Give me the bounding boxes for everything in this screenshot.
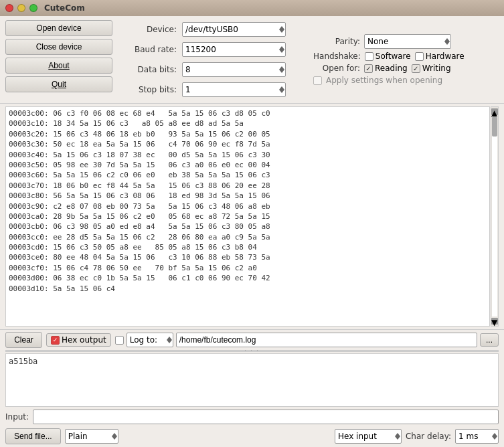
device-value[interactable]: /dev/ttyUSB0: [182, 22, 286, 37]
openfor-row: Open for: ✓ Reading ✓ Writing: [313, 64, 465, 73]
reading-checkbox[interactable]: ✓: [364, 64, 373, 73]
settings-grid: Device: /dev/ttyUSB0 Baud rate: 115200: [119, 20, 303, 99]
scrollbar-down-arrow[interactable]: ▼: [491, 318, 498, 325]
stop-bits-combo[interactable]: 1: [182, 82, 286, 97]
browse-log-button[interactable]: ...: [480, 333, 499, 347]
data-bits-input-row: 8: [182, 62, 303, 77]
about-button[interactable]: About: [5, 58, 112, 74]
input-field[interactable]: [33, 410, 499, 424]
stop-bits-label: Stop bits:: [119, 85, 179, 94]
send-file-button[interactable]: Send file...: [5, 428, 61, 444]
hardware-checkbox-item: Hardware: [415, 52, 465, 61]
input-label: Input:: [5, 412, 29, 422]
plain-combo[interactable]: Plain: [65, 429, 118, 444]
window-title: CuteCom: [44, 3, 85, 13]
software-checkbox-item: Software: [365, 52, 411, 61]
device-input-row: /dev/ttyUSB0: [182, 22, 303, 37]
clear-button[interactable]: Clear: [5, 332, 42, 348]
apply-settings-label: Apply settings when opening: [326, 76, 442, 85]
scrollbar-track: [492, 116, 497, 317]
parity-value[interactable]: None: [364, 34, 451, 49]
hex-output-label: Hex output: [62, 335, 106, 345]
log-path-input[interactable]: [176, 333, 477, 347]
hex-display-container: 00003c00: 06 c3 f0 06 08 ec 68 e4 5a 5a …: [5, 106, 499, 327]
char-delay-label: Char delay:: [406, 432, 451, 441]
writing-checkbox-item: ✓ Writing: [412, 64, 451, 73]
open-device-button[interactable]: Open device: [5, 20, 112, 36]
data-bits-label: Data bits:: [119, 65, 179, 74]
maximize-window-button[interactable]: [29, 4, 37, 12]
log-format-combo[interactable]: Log to:: [127, 333, 173, 347]
bottom-toolbar: Clear ✓ Hex output Log to: ...: [0, 329, 504, 350]
device-combo[interactable]: /dev/ttyUSB0: [182, 22, 286, 37]
log-to-area: Log to: ...: [115, 333, 499, 347]
baud-label: Baud rate:: [119, 45, 179, 54]
char-delay-dropdown-arrow[interactable]: [492, 433, 497, 440]
log-format-dropdown-arrow[interactable]: [167, 337, 172, 343]
plain-value[interactable]: Plain: [65, 429, 118, 444]
panel-divider: · · ·: [5, 350, 499, 352]
data-bits-dropdown-arrow[interactable]: [279, 66, 284, 73]
hardware-checkbox[interactable]: [415, 52, 424, 61]
top-panel: Open device Close device About Quit Devi…: [0, 16, 504, 104]
hex-input-value[interactable]: Hex input: [335, 429, 402, 444]
parity-combo[interactable]: None: [364, 34, 451, 49]
plain-dropdown-arrow[interactable]: [112, 433, 117, 440]
stop-bits-dropdown-arrow[interactable]: [279, 86, 284, 93]
handshake-label: Handshake:: [313, 52, 361, 61]
parity-label: Parity:: [313, 37, 360, 46]
software-checkbox[interactable]: [365, 52, 373, 61]
char-delay-combo[interactable]: 1 ms: [455, 429, 499, 444]
parity-row: Parity: None: [313, 34, 465, 49]
apply-row: Apply settings when opening: [313, 76, 465, 85]
hex-display[interactable]: 00003c00: 06 c3 f0 06 08 ec 68 e4 5a 5a …: [5, 106, 490, 327]
writing-label: Writing: [422, 64, 451, 73]
baud-value[interactable]: 115200: [182, 42, 286, 57]
device-label: Device:: [119, 25, 179, 34]
right-settings-panel: Parity: None Handshake: Software: [303, 20, 465, 99]
quit-button[interactable]: Quit: [5, 76, 112, 92]
device-dropdown-arrow[interactable]: [279, 26, 284, 33]
hex-output-checkbox[interactable]: ✓: [51, 336, 60, 345]
hex-output-toggle[interactable]: ✓ Hex output: [46, 333, 111, 347]
close-device-button[interactable]: Close device: [5, 39, 112, 55]
baud-dropdown-arrow[interactable]: [279, 46, 284, 53]
reading-checkbox-item: ✓ Reading: [364, 64, 408, 73]
data-bits-value[interactable]: 8: [182, 62, 286, 77]
hex-input-combo[interactable]: Hex input: [335, 429, 402, 444]
parity-dropdown-arrow[interactable]: [444, 38, 450, 45]
software-label: Software: [375, 52, 411, 61]
title-bar: CuteCom: [0, 0, 504, 16]
writing-checkbox[interactable]: ✓: [412, 64, 420, 73]
close-window-button[interactable]: [5, 4, 13, 12]
stop-bits-input-row: 1: [182, 82, 303, 97]
openfor-label: Open for:: [313, 64, 360, 73]
reading-label: Reading: [375, 64, 408, 73]
scrollbar-thumb[interactable]: [492, 116, 497, 137]
baud-input-row: 115200: [182, 42, 303, 57]
output-area[interactable]: a515ba: [5, 353, 499, 407]
hex-input-dropdown-arrow[interactable]: [395, 433, 400, 440]
minimize-window-button[interactable]: [17, 4, 25, 12]
scrollbar[interactable]: ▲ ▼: [491, 106, 499, 327]
scrollbar-up-arrow[interactable]: ▲: [491, 108, 498, 115]
input-row: Input:: [0, 408, 504, 426]
output-text: a515ba: [9, 357, 37, 366]
left-buttons-panel: Open device Close device About Quit: [5, 20, 119, 99]
stop-bits-value[interactable]: 1: [182, 82, 286, 97]
hardware-label: Hardware: [426, 52, 465, 61]
handshake-row: Handshake: Software Hardware: [313, 52, 465, 61]
baud-combo[interactable]: 115200: [182, 42, 286, 57]
data-bits-combo[interactable]: 8: [182, 62, 286, 77]
apply-settings-checkbox[interactable]: [313, 76, 322, 85]
log-to-checkbox[interactable]: [115, 336, 124, 345]
send-row: Send file... Plain Hex input Char delay:…: [0, 426, 504, 447]
